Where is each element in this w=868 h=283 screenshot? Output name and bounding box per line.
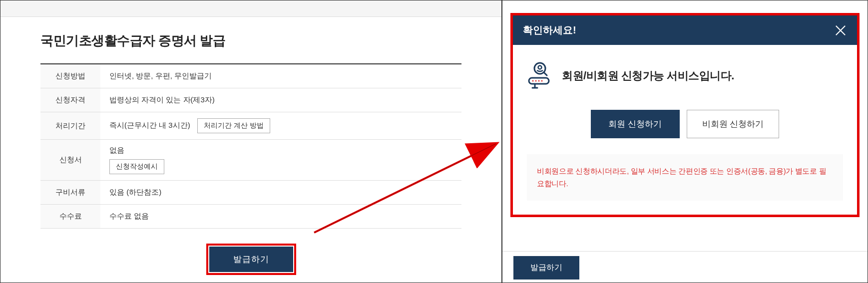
main-content-panel: 국민기초생활수급자 증명서 발급 신청방법 인터넷, 방문, 우편, 무인발급기… bbox=[0, 0, 502, 283]
row-value: 인터넷, 방문, 우편, 무인발급기 bbox=[100, 64, 461, 88]
issue-button-highlight: 발급하기 bbox=[206, 244, 296, 275]
table-row: 수수료 수수료 없음 bbox=[40, 205, 461, 229]
table-row: 구비서류 있음 (하단참조) bbox=[40, 181, 461, 205]
modal-title: 확인하세요! bbox=[523, 23, 576, 37]
table-row: 처리기간 즉시(근무시간 내 3시간) 처리기간 계산 방법 bbox=[40, 112, 461, 140]
table-row: 신청자격 법령상의 자격이 있는 자(제3자) bbox=[40, 88, 461, 112]
member-apply-button[interactable]: 회원 신청하기 bbox=[591, 110, 680, 138]
svg-point-8 bbox=[535, 80, 537, 82]
svg-point-9 bbox=[538, 80, 540, 82]
user-search-icon bbox=[527, 61, 553, 91]
svg-point-4 bbox=[538, 66, 542, 69]
svg-line-5 bbox=[544, 72, 547, 75]
close-icon[interactable] bbox=[834, 24, 847, 37]
row-label: 신청자격 bbox=[40, 88, 100, 112]
form-sample-button[interactable]: 신청작성예시 bbox=[109, 159, 164, 174]
row-value: 수수료 없음 bbox=[100, 205, 461, 229]
modal-notice: 비회원으로 신청하시더라도, 일부 서비스는 간편인증 또는 인증서(공동, 금… bbox=[527, 154, 843, 201]
row-value: 즉시(근무시간 내 3시간) 처리기간 계산 방법 bbox=[100, 112, 461, 140]
modal-dialog: 확인하세요! bbox=[510, 13, 860, 217]
background-issue-button[interactable]: 발급하기 bbox=[513, 256, 579, 280]
top-bar bbox=[0, 0, 501, 17]
row-text: 없음 bbox=[109, 146, 452, 155]
row-label: 신청서 bbox=[40, 140, 100, 181]
row-label: 수수료 bbox=[40, 205, 100, 229]
page-title: 국민기초생활수급자 증명서 발급 bbox=[40, 32, 461, 49]
background-divider bbox=[502, 251, 868, 252]
calc-period-button[interactable]: 처리기간 계산 방법 bbox=[197, 118, 270, 133]
modal-panel: 확인하세요! bbox=[502, 0, 868, 283]
issue-button[interactable]: 발급하기 bbox=[209, 247, 293, 272]
table-row: 신청방법 인터넷, 방문, 우편, 무인발급기 bbox=[40, 64, 461, 88]
row-label: 신청방법 bbox=[40, 64, 100, 88]
row-label: 처리기간 bbox=[40, 112, 100, 140]
table-row: 신청서 없음 신청작성예시 bbox=[40, 140, 461, 181]
row-value: 법령상의 자격이 있는 자(제3자) bbox=[100, 88, 461, 112]
row-text: 즉시(근무시간 내 3시간) bbox=[109, 121, 190, 129]
row-value: 없음 신청작성예시 bbox=[100, 140, 461, 181]
modal-header: 확인하세요! bbox=[513, 15, 857, 45]
modal-message: 회원/비회원 신청가능 서비스입니다. bbox=[562, 68, 734, 83]
row-value: 있음 (하단참조) bbox=[100, 181, 461, 205]
nonmember-apply-button[interactable]: 비회원 신청하기 bbox=[687, 110, 780, 138]
svg-point-7 bbox=[532, 80, 534, 82]
row-label: 구비서류 bbox=[40, 181, 100, 205]
info-table: 신청방법 인터넷, 방문, 우편, 무인발급기 신청자격 법령상의 자격이 있는… bbox=[40, 63, 461, 229]
svg-point-10 bbox=[541, 80, 543, 82]
